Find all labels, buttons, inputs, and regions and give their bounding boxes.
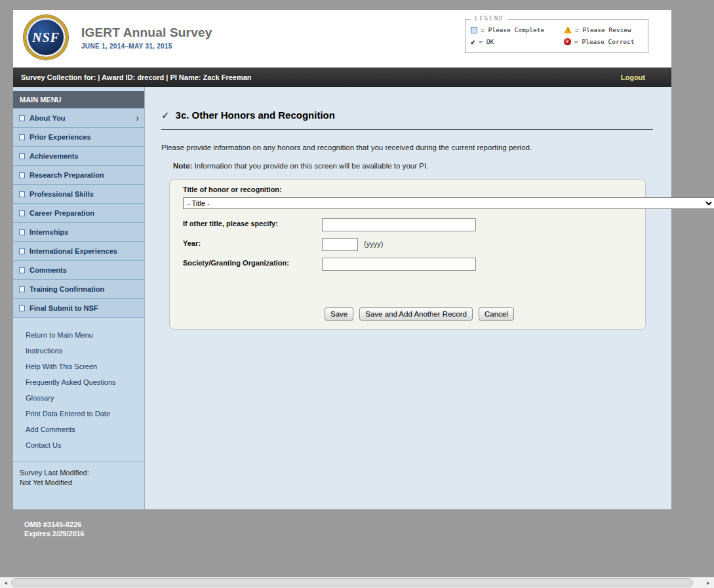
sidebar-item-label: Research Preparation [30,171,139,179]
link-help-screen[interactable]: Help With This Screen [13,359,144,374]
legend-item-text: = Please Complete [481,26,544,33]
page-header: NSF IGERT Annual Survey JUNE 1, 2014–MAY… [13,10,671,68]
legend-grid: = Please Complete ! = Please Review ✔ = … [466,20,648,45]
sidebar-item-label: Prior Experiences [30,133,139,141]
sidebar-item-professional-skills[interactable]: Professional Skills [13,185,144,204]
link-print-data[interactable]: Print Data Entered to Date [13,406,144,421]
sidebar-item-label: Career Preparation [30,209,139,217]
complete-check-icon: ✓ [161,109,170,121]
sidebar-item-final-submit[interactable]: Final Submit to NSF [13,299,144,318]
complete-checkbox-icon [471,27,477,33]
page-container: NSF IGERT Annual Survey JUNE 1, 2014–MAY… [13,10,671,509]
last-modified-value: Not Yet Modified [20,478,138,488]
status-checkbox-icon [19,210,25,216]
sidebar-item-training-confirmation[interactable]: Training Confirmation [13,280,144,299]
sidebar-links: Return to Main Menu Instructions Help Wi… [13,318,144,453]
sidebar-item-label: Final Submit to NSF [30,304,139,312]
status-checkbox-icon [19,305,25,311]
save-add-another-button[interactable]: Save and Add Another Record [359,307,473,321]
page-title: ✓3c. Other Honors and Recognition [161,109,335,121]
save-button[interactable]: Save [325,307,353,321]
note-label: Note: [173,162,192,170]
note-body: Information that you provide on this scr… [192,162,428,170]
link-faq[interactable]: Frequently Asked Questions [13,374,144,390]
sidebar-item-comments[interactable]: Comments [13,261,144,280]
legend-item-complete: = Please Complete [471,26,564,33]
organization-label: Society/Granting Organization: [183,259,289,267]
sidebar-item-label: About You [30,114,136,122]
app-title: IGERT Annual Survey [81,26,212,40]
sidebar-item-international-experiences[interactable]: International Experiences [13,242,144,261]
sidebar-item-label: Training Confirmation [30,285,139,293]
link-instructions[interactable]: Instructions [13,343,144,359]
sidebar-item-about-you[interactable]: About You › [13,109,144,128]
nsf-logo: NSF [24,15,68,60]
sidebar-item-label: Comments [30,266,139,274]
status-checkbox-icon [19,172,25,178]
page-title-text: 3c. Other Honors and Recognition [176,109,335,121]
link-glossary[interactable]: Glossary [13,390,144,406]
status-checkbox-icon [19,286,25,292]
status-checkbox-icon [19,191,25,197]
survey-date-range: JUNE 1, 2014–MAY 31, 2015 [81,43,212,50]
form-buttons: Save Save and Add Another Record Cancel [325,307,514,321]
omb-number: OMB #3145-0226 [24,520,85,529]
scrollbar-thumb[interactable] [11,578,693,587]
legend-item-correct: ✗ = Please Correct [564,38,645,45]
legend-item-text: = Please Correct [574,38,635,45]
status-checkbox-icon [19,267,25,273]
intro-text: Please provide information on any honors… [161,144,532,151]
legend-item-text: = Please Review [575,26,631,33]
review-warning-icon: ! [564,26,572,33]
title-of-honor-label: Title of honor or recognition: [183,186,282,193]
sidebar-item-prior-experiences[interactable]: Prior Experiences [13,128,144,147]
sidebar-item-label: Achievements [30,152,139,160]
honor-form: Title of honor or recognition: - Title -… [169,179,646,330]
last-modified-block: Survey Last Modified: Not Yet Modified [13,461,144,494]
nsf-logo-text: NSF [32,30,60,45]
collection-bar: Survey Collection for: | Award ID: dreco… [13,68,671,87]
scroll-left-arrow-icon[interactable]: ◄ [0,578,11,588]
status-checkbox-icon [19,134,25,140]
year-input[interactable] [322,238,358,251]
year-format-hint: (yyyy) [364,240,383,248]
cancel-button[interactable]: Cancel [479,307,514,321]
legend-box: LEGEND = Please Complete ! = Please Revi… [465,19,648,53]
collection-info: Survey Collection for: | Award ID: dreco… [21,73,252,81]
sidebar-item-label: Professional Skills [30,190,139,198]
last-modified-label: Survey Last Modified: [20,468,138,478]
sidebar-item-internships[interactable]: Internships [13,223,144,242]
legend-label: LEGEND [471,15,508,22]
other-title-label: If other title, please specify: [183,220,278,227]
sidebar-item-research-preparation[interactable]: Research Preparation [13,166,144,185]
correct-error-icon: ✗ [564,38,571,45]
link-add-comments[interactable]: Add Comments [13,421,144,437]
logout-link[interactable]: Logout [621,73,645,81]
omb-expires: Expires 2/29/2016 [24,529,85,538]
content-row: MAIN MENU About You › Prior Experiences … [13,87,671,509]
chevron-right-icon: › [136,115,139,121]
legend-item-text: = OK [479,38,494,45]
ok-check-icon: ✔ [471,39,475,45]
year-label: Year: [183,239,201,247]
other-title-input[interactable] [322,218,476,231]
note-text: Note: Information that you provide on th… [173,162,428,170]
scroll-right-arrow-icon[interactable]: ► [703,578,714,588]
sidebar-item-label: International Experiences [30,247,139,255]
legend-item-review: ! = Please Review [564,26,645,33]
organization-input[interactable] [322,258,476,271]
honor-title-select[interactable]: - Title - [183,197,714,209]
link-return-main-menu[interactable]: Return to Main Menu [13,327,144,343]
title-divider [161,129,653,130]
sidebar-item-career-preparation[interactable]: Career Preparation [13,204,144,223]
link-contact-us[interactable]: Contact Us [13,437,144,453]
legend-item-ok: ✔ = OK [471,38,564,45]
omb-footer: OMB #3145-0226 Expires 2/29/2016 [24,520,85,538]
sidebar-item-achievements[interactable]: Achievements [13,147,144,166]
horizontal-scrollbar[interactable]: ◄ ► [0,577,714,588]
status-checkbox-icon [19,115,25,121]
sidebar-item-label: Internships [30,228,139,236]
sidebar: MAIN MENU About You › Prior Experiences … [13,87,145,509]
main-content: ✓3c. Other Honors and Recognition Please… [145,87,671,509]
status-checkbox-icon [19,248,25,254]
